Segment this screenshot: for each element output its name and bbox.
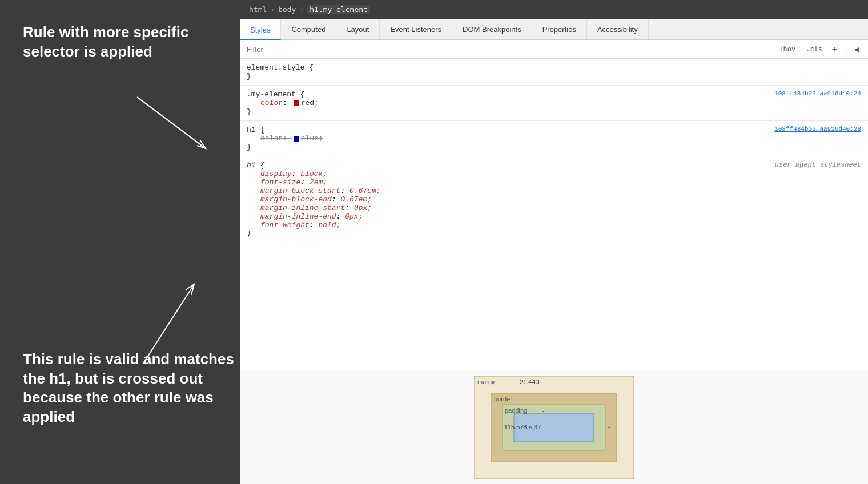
back-icon[interactable]: ◀ (852, 43, 861, 55)
ua-colon-5: : (345, 204, 354, 212)
ua-colon-1: : (292, 170, 301, 178)
css-block-h1-overridden: 108ff484b03…aa916d40:28 h1 { color: blue… (240, 121, 868, 156)
ua-prop-display-name: display (260, 170, 292, 178)
svg-text:padding: padding (505, 407, 527, 414)
breadcrumb-h1[interactable]: h1.my-element (307, 5, 370, 14)
breadcrumb-separator-1: › (270, 5, 275, 14)
h1-ua-prop-mis: margin-inline-start: 0px; (260, 204, 861, 212)
h1-ua-prop-fw: font-weight: bold; (260, 221, 861, 229)
css-content: element.style { } 108ff484b03…aa916d40:2… (240, 59, 868, 370)
ua-prop-mbs-name: margin-block-start (260, 187, 340, 195)
add-rule-button[interactable]: + (830, 43, 839, 55)
source-link-h1-overridden[interactable]: 108ff484b03…aa916d40:28 (774, 126, 861, 132)
css-block-my-element: 108ff484b03…aa916d40:24 .my-element { co… (240, 86, 868, 121)
selector-text: element.style { (247, 63, 314, 72)
breadcrumb-bar: html › body › h1.my-element (240, 0, 868, 19)
left-annotation-panel: Rule with more specific selector is appl… (0, 0, 240, 484)
tab-styles[interactable]: Styles (240, 19, 281, 40)
ua-prop-fw-value: bold; (318, 221, 340, 229)
ua-prop-mbs-value: 0.67em; (349, 187, 381, 195)
h1-overridden-color-swatch[interactable] (294, 136, 299, 142)
ua-prop-mbe-value: 0.67em; (340, 195, 372, 204)
h1-ua-selector-text: h1 { (247, 161, 264, 170)
svg-text:-: - (608, 424, 610, 430)
h1-overridden-colon: : (283, 134, 292, 143)
h1-ua-prop-fontsize: font-size: 2em; (260, 178, 861, 187)
source-link-my-element[interactable]: 108ff484b03…aa916d40:24 (774, 90, 861, 97)
ua-prop-display-value: block; (300, 170, 327, 178)
svg-text:115.578 × 37: 115.578 × 37 (504, 424, 541, 430)
my-element-value-red: red; (301, 99, 319, 107)
tab-event-listeners[interactable]: Event Listeners (380, 19, 452, 39)
tab-accessibility[interactable]: Accessibility (587, 19, 649, 39)
box-model-svg: margin 21.440 border - padding - 115.578… (474, 376, 634, 479)
svg-text:21.440: 21.440 (520, 378, 539, 385)
svg-text:margin: margin (477, 378, 497, 385)
ua-colon-3: : (340, 187, 349, 195)
ua-colon-6: : (336, 212, 345, 221)
ua-colon-2: : (300, 178, 310, 187)
ua-prop-fontsize-name: font-size (260, 178, 300, 187)
h1-ua-selector: h1 { (247, 161, 861, 170)
cls-button[interactable]: .cls (803, 43, 825, 55)
breadcrumb-html[interactable]: html (249, 5, 267, 14)
ua-colon-7: : (310, 221, 319, 229)
my-element-selector-text: .my-element { (247, 90, 304, 99)
ua-prop-mis-value: 0px; (354, 204, 372, 212)
hov-button[interactable]: :hov (776, 43, 798, 55)
breadcrumb-separator-2: › (299, 5, 304, 14)
my-element-colon: : (283, 99, 292, 107)
css-block-element-style: element.style { } (240, 59, 868, 86)
h1-overridden-selector-text: h1 { (247, 126, 264, 134)
ua-colon-4: : (332, 195, 341, 204)
h1-ua-prop-display: display: block; (260, 170, 861, 178)
my-element-close: } (247, 107, 861, 116)
h1-ua-close: } (247, 229, 861, 238)
my-element-props: color: red; (247, 99, 861, 107)
tab-properties[interactable]: Properties (532, 19, 587, 39)
h1-overridden-value-blue: blue; (301, 134, 323, 143)
h1-ua-prop-mie: margin-inline-end: 0px; (260, 212, 861, 221)
h1-ua-prop-mbe: margin-block-end: 0.67em; (260, 195, 861, 204)
ua-prop-mis-name: margin-inline-start (260, 204, 345, 212)
element-style-close: } (247, 72, 861, 80)
ua-prop-fontsize-value: 2em; (310, 178, 327, 187)
h1-overridden-selector: h1 { (247, 126, 861, 134)
element-style-selector: element.style { (247, 63, 861, 72)
svg-text:-: - (553, 455, 555, 462)
box-model-container: margin 21.440 border - padding - 115.578… (240, 370, 868, 484)
h1-overridden-prop-color: color (260, 134, 283, 143)
h1-overridden-close: } (247, 143, 861, 151)
ua-prop-mie-name: margin-inline-end (260, 212, 336, 221)
tab-bar: Styles Computed Layout Event Listeners D… (240, 19, 868, 40)
ua-label: user agent stylesheet (775, 161, 861, 169)
svg-line-0 (137, 97, 206, 148)
my-element-color-swatch[interactable] (294, 100, 299, 106)
annotation-bottom: This rule is valid and matches the h1, b… (23, 350, 240, 427)
svg-text:border: border (494, 396, 512, 402)
subscript-icon: ₐ (844, 46, 847, 53)
ua-prop-fw-name: font-weight (260, 221, 310, 229)
h1-overridden-props: color: blue; (247, 134, 861, 143)
devtools-panel: html › body › h1.my-element Styles Compu… (240, 0, 868, 484)
my-element-selector: .my-element { (247, 90, 861, 99)
filter-actions: :hov .cls + ₐ ◀ (776, 43, 861, 55)
annotation-top: Rule with more specific selector is appl… (23, 23, 206, 62)
tab-computed[interactable]: Computed (281, 19, 336, 39)
h1-ua-prop-mbs: margin-block-start: 0.67em; (260, 187, 861, 195)
tab-dom-breakpoints[interactable]: DOM Breakpoints (452, 19, 532, 39)
filter-input[interactable] (247, 45, 771, 54)
css-block-h1-ua: user agent stylesheet h1 { display: bloc… (240, 156, 868, 243)
arrow-top-icon (126, 91, 217, 160)
breadcrumb-body[interactable]: body (278, 5, 296, 14)
ua-prop-mie-value: 0px; (345, 212, 363, 221)
svg-text:-: - (542, 407, 545, 414)
ua-prop-mbe-name: margin-block-end (260, 195, 332, 204)
filter-bar: :hov .cls + ₐ ◀ (240, 40, 868, 59)
h1-ua-props: display: block; font-size: 2em; margin-b… (247, 170, 861, 229)
svg-text:-: - (531, 396, 533, 402)
my-element-prop-color: color (260, 99, 283, 107)
tab-layout[interactable]: Layout (336, 19, 380, 39)
